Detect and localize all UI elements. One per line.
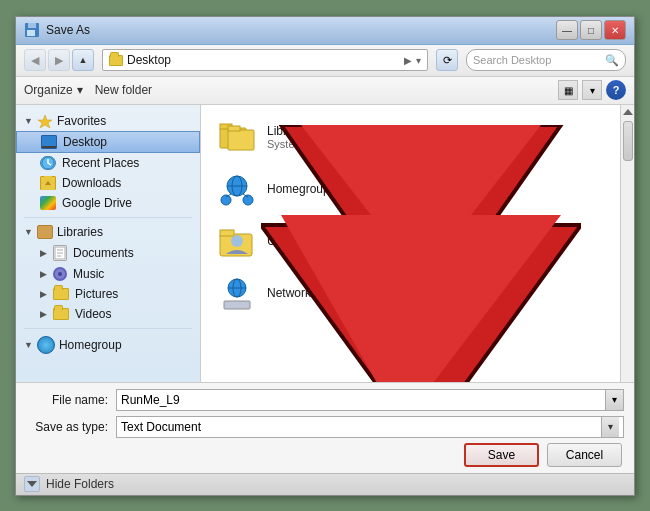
hide-folders-icon[interactable] <box>24 476 40 492</box>
filename-row: File name: ▾ <box>26 389 624 411</box>
svg-rect-1 <box>28 23 36 28</box>
file-pane: Libraries System Folder <box>201 105 634 382</box>
network2-file-icon <box>217 275 257 311</box>
up-button[interactable]: ▲ <box>72 49 94 71</box>
network-file-icon <box>217 171 257 207</box>
svg-rect-4 <box>42 136 56 146</box>
documents-icon <box>53 245 67 261</box>
homegroup-header[interactable]: ▼ Homegroup <box>16 333 200 357</box>
sidebar-item-gdrive[interactable]: Google Drive <box>16 193 200 213</box>
svg-rect-30 <box>224 301 250 309</box>
scroll-thumb[interactable] <box>623 121 633 161</box>
location-dropdown-arrow[interactable]: ▾ <box>416 55 421 66</box>
file-name: Network <box>267 286 311 300</box>
sidebar-divider-2 <box>24 328 192 329</box>
svg-rect-8 <box>44 176 52 180</box>
sidebar-item-pictures[interactable]: ▶ Pictures <box>16 284 200 304</box>
sidebar-divider-1 <box>24 217 192 218</box>
address-toolbar: ◀ ▶ ▲ Desktop ▶ ▾ ⟳ Search Desktop 🔍 <box>16 45 634 77</box>
new-folder-button[interactable]: New folder <box>95 83 152 97</box>
homegroup-label: Homegroup <box>59 338 122 352</box>
location-bar[interactable]: Desktop ▶ ▾ <box>102 49 428 71</box>
main-scrollbar[interactable] <box>620 105 634 382</box>
sidebar-item-music[interactable]: ▶ Music <box>16 264 200 284</box>
search-bar[interactable]: Search Desktop 🔍 <box>466 49 626 71</box>
save-icon <box>24 22 40 38</box>
gdrive-label: Google Drive <box>62 196 132 210</box>
file-name: User <box>267 234 292 248</box>
back-button[interactable]: ◀ <box>24 49 46 71</box>
search-icon[interactable]: 🔍 <box>605 54 619 67</box>
savetype-dropdown-arrow[interactable]: ▾ <box>601 417 619 437</box>
organize-button[interactable]: Organize ▾ <box>24 83 83 97</box>
bottom-bar: File name: ▾ Save as type: Text Document… <box>16 382 634 473</box>
location-arrow: ▶ <box>404 55 412 66</box>
videos-label: Videos <box>75 307 111 321</box>
sidebar-item-desktop[interactable]: Desktop <box>16 131 200 153</box>
file-info: Homegroup <box>267 182 330 196</box>
list-item[interactable]: Network <box>211 271 624 315</box>
svg-marker-33 <box>623 109 633 115</box>
cancel-button[interactable]: Cancel <box>547 443 622 467</box>
list-item[interactable]: User <box>211 219 624 263</box>
favorites-label: Favorites <box>57 114 106 128</box>
star-icon <box>37 114 53 128</box>
refresh-button[interactable]: ⟳ <box>436 49 458 71</box>
file-name: Homegroup <box>267 182 330 196</box>
videos-icon <box>53 308 69 320</box>
file-name: Libraries <box>267 124 338 138</box>
svg-marker-34 <box>27 481 37 487</box>
svg-marker-3 <box>38 115 52 128</box>
favorites-header[interactable]: ▼ Favorites <box>16 111 200 131</box>
pictures-icon <box>53 288 69 300</box>
sidebar-item-videos[interactable]: ▶ Videos <box>16 304 200 324</box>
expand-icon: ▼ <box>24 116 33 126</box>
minimize-button[interactable]: — <box>556 20 578 40</box>
filename-label: File name: <box>26 393 116 407</box>
help-button[interactable]: ? <box>606 80 626 100</box>
organize-label: Organize <box>24 83 73 97</box>
list-item[interactable]: Libraries System Folder <box>211 115 624 159</box>
list-item[interactable]: Homegroup <box>211 167 624 211</box>
sidebar-item-recent-places[interactable]: Recent Places <box>16 153 200 173</box>
maximize-button[interactable]: □ <box>580 20 602 40</box>
music-icon <box>53 267 67 281</box>
svg-point-12 <box>58 272 62 276</box>
views-dropdown[interactable]: ▾ <box>582 80 602 100</box>
savetype-select[interactable]: Text Document ▾ <box>116 416 624 438</box>
sidebar: ▼ Favorites Desktop Recent Pl <box>16 105 201 382</box>
views-button[interactable]: ▦ <box>558 80 578 100</box>
downloads-icon <box>40 176 56 190</box>
favorites-section: ▼ Favorites Desktop Recent Pl <box>16 111 200 213</box>
forward-button[interactable]: ▶ <box>48 49 70 71</box>
filename-input[interactable] <box>116 389 606 411</box>
libraries-header[interactable]: ▼ Libraries <box>16 222 200 242</box>
documents-label: Documents <box>73 246 134 260</box>
savetype-row: Save as type: Text Document ▾ <box>26 416 624 438</box>
filename-dropdown[interactable]: ▾ <box>606 389 624 411</box>
save-button[interactable]: Save <box>464 443 539 467</box>
downloads-label: Downloads <box>62 176 121 190</box>
libraries-file-icon <box>217 119 257 155</box>
hide-folders-label: Hide Folders <box>46 477 114 491</box>
expand-icon-videos: ▶ <box>40 309 47 319</box>
file-info: Libraries System Folder <box>267 124 338 150</box>
search-placeholder: Search Desktop <box>473 54 601 66</box>
recent-places-label: Recent Places <box>62 156 139 170</box>
desktop-label: Desktop <box>63 135 107 149</box>
pictures-label: Pictures <box>75 287 118 301</box>
libraries-section: ▼ Libraries ▶ Documents ▶ Music <box>16 222 200 324</box>
view-icons: ▦ ▾ ? <box>558 80 626 100</box>
sidebar-item-documents[interactable]: ▶ Documents <box>16 242 200 264</box>
close-button[interactable]: ✕ <box>604 20 626 40</box>
status-bar: Hide Folders <box>16 473 634 495</box>
scroll-up-arrow[interactable] <box>621 107 635 117</box>
svg-point-26 <box>231 235 243 247</box>
file-type: System Folder <box>267 138 338 150</box>
expand-icon-lib: ▼ <box>24 227 33 237</box>
content-area: ▼ Favorites Desktop Recent Pl <box>16 105 634 382</box>
file-info: User <box>267 234 292 248</box>
sidebar-item-downloads[interactable]: Downloads <box>16 173 200 193</box>
svg-rect-5 <box>42 146 56 148</box>
user-file-icon <box>217 223 257 259</box>
